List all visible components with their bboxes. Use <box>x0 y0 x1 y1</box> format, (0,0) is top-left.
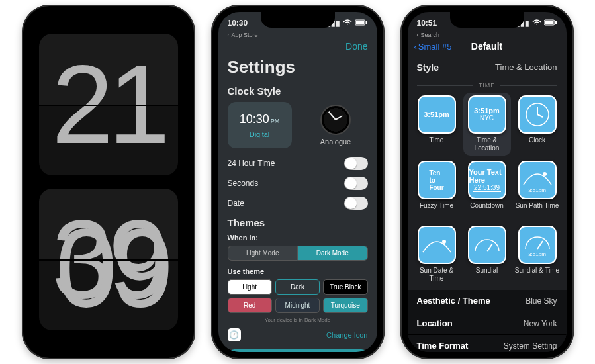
toggle-24h-label: 24 Hour Time <box>228 159 275 168</box>
page-title: Settings <box>218 54 377 81</box>
when-in-segment: Light Mode Dark Mode <box>218 244 377 265</box>
widget-label: Sun Path Time <box>516 202 559 216</box>
theme-true-black[interactable]: True Black <box>323 279 367 295</box>
toggle-date-switch[interactable] <box>344 197 368 210</box>
style-row[interactable]: Style Time & Location <box>408 57 567 78</box>
settings-row-key: Time Format <box>417 341 469 351</box>
widget-cell[interactable]: Clock <box>514 93 561 156</box>
widget-label: Clock <box>529 136 545 151</box>
widget-cell[interactable]: 3:51pmNYCTime & Location <box>463 93 511 156</box>
widget-grid: 3:51pmTime3:51pmNYCTime & LocationClockT… <box>408 91 567 287</box>
back-to-search[interactable]: ‹ Search <box>408 32 567 38</box>
phone-widgets: 10:51 ▮▮▮▮ ‹ Search ‹ Small #5 Default <box>400 5 574 359</box>
done-button[interactable]: Done <box>345 41 367 52</box>
toggle-seconds-row: Seconds <box>218 173 377 193</box>
section-time-text: TIME <box>479 82 496 89</box>
widget-cell[interactable]: Sundial <box>463 223 511 286</box>
widget-label: Countdown <box>470 202 504 216</box>
svg-rect-1 <box>355 21 364 24</box>
theme-light[interactable]: Light <box>228 279 272 295</box>
widget-preview: 3:51pmNYC <box>468 95 506 134</box>
svg-rect-2 <box>366 21 367 24</box>
style-value: Time & Location <box>495 62 557 73</box>
widget-preview <box>468 226 506 264</box>
dark-mode-note: Your device is in Dark Mode <box>218 316 377 324</box>
flip-card-hours: 21 <box>39 34 178 175</box>
theme-dark[interactable]: Dark <box>275 279 320 295</box>
svg-point-9 <box>543 172 547 176</box>
phone-settings: 10:30 ▮▮▮▮ ‹ App Store Done Settings Clo… <box>211 5 385 359</box>
change-icon-link[interactable]: Change Icon <box>326 331 367 339</box>
widget-preview <box>418 226 456 264</box>
premium-cta-button[interactable]: Join Premium Club <box>228 349 368 352</box>
widget-preview: 3:51pm <box>518 226 557 264</box>
widget-label: Time & Location <box>465 136 510 152</box>
widget-label: Sundial <box>476 267 498 281</box>
flipclock-wrap: 21 39 09 <box>29 12 188 352</box>
svg-line-12 <box>537 241 543 249</box>
widget-cell[interactable]: 3:51pmSundial & Time <box>514 223 561 286</box>
settings-row-value: Blue Sky <box>526 296 557 306</box>
flipclock-screen: 21 39 09 <box>29 12 188 352</box>
status-time: 10:51 <box>417 19 437 28</box>
widget-preview <box>518 95 557 134</box>
digital-ampm: PM <box>271 118 280 124</box>
toggle-seconds-switch[interactable] <box>344 177 368 190</box>
analogue-clock-icon <box>320 105 351 135</box>
seconds-value: 09 <box>56 212 169 324</box>
svg-rect-4 <box>545 21 553 24</box>
widget-cell[interactable]: Your Text Here22:51:39Countdown <box>463 158 511 220</box>
toggle-seconds-label: Seconds <box>228 179 259 188</box>
widget-cell[interactable]: 3:51pmSun Path Time <box>514 158 561 220</box>
widget-cell[interactable]: 3:51pmTime <box>413 93 461 156</box>
widget-label: Time <box>430 136 444 151</box>
svg-line-11 <box>487 244 492 251</box>
svg-line-8 <box>537 114 543 117</box>
widget-label: Fuzzy Time <box>420 202 453 216</box>
settings-row-value: New York <box>524 319 557 328</box>
back-label: App Store <box>232 32 258 38</box>
clock-style-analogue[interactable]: Analogue <box>304 102 368 148</box>
when-in-label: When in: <box>218 231 377 244</box>
when-in-light[interactable]: Light Mode <box>228 246 298 261</box>
themes-header: Themes <box>218 213 377 231</box>
theme-red[interactable]: Red <box>228 298 272 313</box>
wifi-icon <box>532 19 541 28</box>
settings-row[interactable]: LocationNew York <box>408 312 567 335</box>
widget-preview: Your Text Here22:51:39 <box>468 161 506 199</box>
theme-turquoise[interactable]: Turquoise <box>323 298 367 313</box>
toggle-date-label: Date <box>228 199 244 208</box>
phone-flipclock: 21 39 09 <box>22 5 195 359</box>
analogue-label: Analogue <box>320 138 351 146</box>
back-button[interactable]: ‹ Small #5 <box>414 42 452 52</box>
settings-screen: 10:30 ▮▮▮▮ ‹ App Store Done Settings Clo… <box>218 12 377 352</box>
when-in-dark[interactable]: Dark Mode <box>297 246 368 261</box>
chevron-left-icon: ‹ <box>417 32 419 38</box>
settings-row[interactable]: Aesthetic / ThemeBlue Sky <box>408 290 567 312</box>
battery-icon <box>544 19 557 28</box>
app-icon-preview: 🕐 <box>228 328 241 341</box>
settings-list: Aesthetic / ThemeBlue SkyLocationNew Yor… <box>408 290 567 352</box>
back-to-app-store[interactable]: ‹ App Store <box>218 32 377 38</box>
settings-row-value: System Setting <box>504 341 557 351</box>
digital-time: 10:30 <box>240 113 269 126</box>
widget-cell[interactable]: TentoFourFuzzy Time <box>413 158 461 220</box>
clock-style-header: Clock Style <box>218 81 377 99</box>
settings-row[interactable]: Time FormatSystem Setting <box>408 335 567 352</box>
status-time: 10:30 <box>228 19 248 28</box>
widget-cell[interactable]: Sun Date & Time <box>413 223 461 286</box>
back-label: Small #5 <box>418 42 452 52</box>
chevron-left-icon: ‹ <box>414 42 417 52</box>
style-label: Style <box>417 62 439 73</box>
theme-grid: Light Dark True Black Red Midnight Turqu… <box>218 278 377 316</box>
svg-point-10 <box>442 240 446 244</box>
hours-value: 21 <box>52 49 165 160</box>
toggle-24h-switch[interactable] <box>344 157 368 170</box>
widget-preview: TentoFour <box>418 161 456 199</box>
notch <box>261 12 335 28</box>
clock-style-digital[interactable]: 10:30PM Digital <box>228 102 292 148</box>
notch <box>450 12 524 28</box>
notch <box>71 12 146 28</box>
toggle-date-row: Date <box>218 193 377 213</box>
theme-midnight[interactable]: Midnight <box>275 298 320 313</box>
